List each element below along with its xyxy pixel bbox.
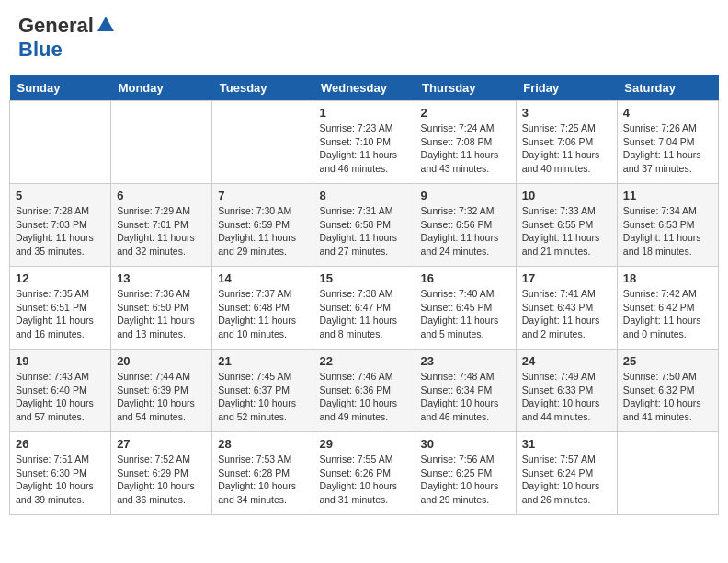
- logo: General Blue: [18, 14, 116, 62]
- day-number: 23: [421, 354, 510, 368]
- col-header-wednesday: Wednesday: [313, 75, 415, 101]
- day-number: 25: [623, 354, 712, 368]
- day-number: 15: [319, 271, 408, 285]
- day-info: Sunrise: 7:43 AM Sunset: 6:40 PM Dayligh…: [16, 370, 105, 424]
- day-number: 4: [623, 106, 712, 120]
- day-number: 13: [117, 271, 206, 285]
- day-info: Sunrise: 7:32 AM Sunset: 6:56 PM Dayligh…: [421, 204, 510, 259]
- day-info: Sunrise: 7:52 AM Sunset: 6:29 PM Dayligh…: [117, 453, 206, 507]
- day-info: Sunrise: 7:44 AM Sunset: 6:39 PM Dayligh…: [117, 370, 206, 424]
- day-info: Sunrise: 7:40 AM Sunset: 6:45 PM Dayligh…: [421, 287, 510, 341]
- calendar-cell: 15Sunrise: 7:38 AM Sunset: 6:47 PM Dayli…: [313, 267, 415, 350]
- day-number: 17: [522, 271, 611, 285]
- day-info: Sunrise: 7:56 AM Sunset: 6:25 PM Dayligh…: [421, 453, 510, 507]
- day-info: Sunrise: 7:46 AM Sunset: 6:36 PM Dayligh…: [319, 370, 408, 424]
- day-info: Sunrise: 7:24 AM Sunset: 7:08 PM Dayligh…: [421, 121, 510, 176]
- day-number: 5: [16, 189, 105, 202]
- day-number: 7: [218, 189, 307, 202]
- day-number: 2: [421, 106, 510, 120]
- col-header-saturday: Saturday: [617, 75, 718, 101]
- day-info: Sunrise: 7:55 AM Sunset: 6:26 PM Dayligh…: [319, 453, 408, 507]
- calendar-cell: 16Sunrise: 7:40 AM Sunset: 6:45 PM Dayli…: [415, 267, 516, 350]
- day-info: Sunrise: 7:28 AM Sunset: 7:03 PM Dayligh…: [16, 204, 105, 259]
- calendar-cell: 14Sunrise: 7:37 AM Sunset: 6:48 PM Dayli…: [212, 267, 313, 350]
- week-row-3: 12Sunrise: 7:35 AM Sunset: 6:51 PM Dayli…: [10, 267, 719, 350]
- day-number: 20: [117, 354, 206, 368]
- day-info: Sunrise: 7:36 AM Sunset: 6:50 PM Dayligh…: [117, 287, 206, 341]
- calendar-cell: 27Sunrise: 7:52 AM Sunset: 6:29 PM Dayli…: [111, 432, 212, 515]
- week-row-5: 26Sunrise: 7:51 AM Sunset: 6:30 PM Dayli…: [10, 432, 719, 515]
- day-number: 8: [319, 189, 408, 202]
- calendar-cell: 31Sunrise: 7:57 AM Sunset: 6:24 PM Dayli…: [516, 432, 617, 515]
- col-header-monday: Monday: [111, 75, 212, 101]
- day-number: 30: [421, 437, 510, 451]
- day-number: 21: [218, 354, 307, 368]
- calendar-cell: 2Sunrise: 7:24 AM Sunset: 7:08 PM Daylig…: [415, 101, 516, 184]
- day-info: Sunrise: 7:53 AM Sunset: 6:28 PM Dayligh…: [218, 453, 307, 507]
- day-info: Sunrise: 7:51 AM Sunset: 6:30 PM Dayligh…: [16, 453, 105, 507]
- calendar-cell: [617, 432, 718, 515]
- calendar-cell: 9Sunrise: 7:32 AM Sunset: 6:56 PM Daylig…: [415, 184, 516, 267]
- day-number: 11: [623, 189, 712, 202]
- day-info: Sunrise: 7:50 AM Sunset: 6:32 PM Dayligh…: [623, 370, 712, 424]
- svg-marker-0: [97, 17, 114, 31]
- calendar-table: SundayMondayTuesdayWednesdayThursdayFrid…: [9, 75, 719, 515]
- day-info: Sunrise: 7:34 AM Sunset: 6:53 PM Dayligh…: [623, 204, 712, 259]
- day-number: 10: [522, 189, 611, 202]
- calendar-cell: 23Sunrise: 7:48 AM Sunset: 6:34 PM Dayli…: [415, 350, 516, 432]
- day-number: 3: [522, 106, 611, 120]
- day-info: Sunrise: 7:42 AM Sunset: 6:42 PM Dayligh…: [623, 287, 712, 341]
- day-info: Sunrise: 7:41 AM Sunset: 6:43 PM Dayligh…: [522, 287, 611, 341]
- header-row: SundayMondayTuesdayWednesdayThursdayFrid…: [10, 75, 719, 101]
- day-info: Sunrise: 7:57 AM Sunset: 6:24 PM Dayligh…: [522, 453, 611, 507]
- col-header-tuesday: Tuesday: [212, 75, 313, 101]
- day-info: Sunrise: 7:31 AM Sunset: 6:58 PM Dayligh…: [319, 204, 408, 259]
- calendar-cell: 30Sunrise: 7:56 AM Sunset: 6:25 PM Dayli…: [415, 432, 516, 515]
- day-number: 26: [16, 437, 105, 451]
- calendar-cell: 10Sunrise: 7:33 AM Sunset: 6:55 PM Dayli…: [516, 184, 617, 267]
- col-header-friday: Friday: [516, 75, 617, 101]
- calendar-cell: 25Sunrise: 7:50 AM Sunset: 6:32 PM Dayli…: [617, 350, 718, 432]
- calendar-cell: 17Sunrise: 7:41 AM Sunset: 6:43 PM Dayli…: [516, 267, 617, 350]
- day-info: Sunrise: 7:23 AM Sunset: 7:10 PM Dayligh…: [319, 121, 408, 176]
- day-info: Sunrise: 7:45 AM Sunset: 6:37 PM Dayligh…: [218, 370, 307, 424]
- day-number: 18: [623, 271, 712, 285]
- day-info: Sunrise: 7:48 AM Sunset: 6:34 PM Dayligh…: [421, 370, 510, 424]
- calendar-cell: [10, 101, 111, 184]
- day-number: 14: [218, 271, 307, 285]
- day-number: 22: [319, 354, 408, 368]
- col-header-sunday: Sunday: [10, 75, 111, 101]
- day-number: 16: [421, 271, 510, 285]
- day-number: 31: [522, 437, 611, 451]
- calendar-cell: 1Sunrise: 7:23 AM Sunset: 7:10 PM Daylig…: [313, 101, 415, 184]
- day-number: 28: [218, 437, 307, 451]
- week-row-2: 5Sunrise: 7:28 AM Sunset: 7:03 PM Daylig…: [10, 184, 719, 267]
- calendar-cell: 7Sunrise: 7:30 AM Sunset: 6:59 PM Daylig…: [212, 184, 313, 267]
- day-number: 1: [319, 106, 408, 120]
- calendar-cell: 29Sunrise: 7:55 AM Sunset: 6:26 PM Dayli…: [313, 432, 415, 515]
- day-info: Sunrise: 7:25 AM Sunset: 7:06 PM Dayligh…: [522, 121, 611, 176]
- calendar-cell: [111, 101, 212, 184]
- calendar-cell: 5Sunrise: 7:28 AM Sunset: 7:03 PM Daylig…: [10, 184, 111, 267]
- calendar-cell: [212, 101, 313, 184]
- col-header-thursday: Thursday: [415, 75, 516, 101]
- calendar-cell: 3Sunrise: 7:25 AM Sunset: 7:06 PM Daylig…: [516, 101, 617, 184]
- day-info: Sunrise: 7:30 AM Sunset: 6:59 PM Dayligh…: [218, 204, 307, 259]
- calendar-cell: 8Sunrise: 7:31 AM Sunset: 6:58 PM Daylig…: [313, 184, 415, 267]
- calendar-cell: 19Sunrise: 7:43 AM Sunset: 6:40 PM Dayli…: [10, 350, 111, 432]
- calendar-cell: 20Sunrise: 7:44 AM Sunset: 6:39 PM Dayli…: [111, 350, 212, 432]
- day-info: Sunrise: 7:26 AM Sunset: 7:04 PM Dayligh…: [623, 121, 712, 176]
- calendar-cell: 11Sunrise: 7:34 AM Sunset: 6:53 PM Dayli…: [617, 184, 718, 267]
- logo-blue-text: Blue: [18, 38, 63, 61]
- calendar-cell: 28Sunrise: 7:53 AM Sunset: 6:28 PM Dayli…: [212, 432, 313, 515]
- calendar-cell: 13Sunrise: 7:36 AM Sunset: 6:50 PM Dayli…: [111, 267, 212, 350]
- day-info: Sunrise: 7:37 AM Sunset: 6:48 PM Dayligh…: [218, 287, 307, 341]
- day-number: 12: [16, 271, 105, 285]
- day-info: Sunrise: 7:29 AM Sunset: 7:01 PM Dayligh…: [117, 204, 206, 259]
- week-row-1: 1Sunrise: 7:23 AM Sunset: 7:10 PM Daylig…: [10, 101, 719, 184]
- logo-general-text: General: [18, 14, 94, 38]
- day-number: 29: [319, 437, 408, 451]
- calendar-cell: 6Sunrise: 7:29 AM Sunset: 7:01 PM Daylig…: [111, 184, 212, 267]
- day-number: 27: [117, 437, 206, 451]
- day-number: 6: [117, 189, 206, 202]
